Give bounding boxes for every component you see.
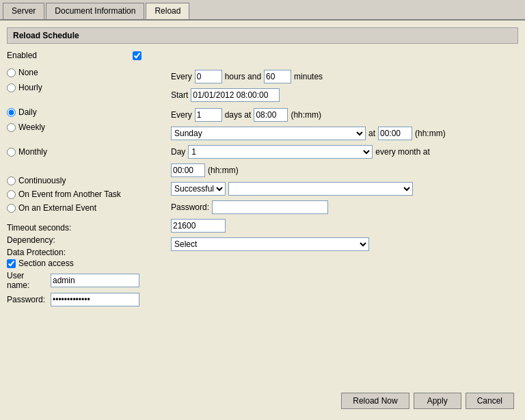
section-header: Reload Schedule — [7, 27, 518, 44]
tab-bar: Server Document Information Reload — [0, 0, 525, 21]
label-daily: Daily — [18, 107, 37, 117]
label-none: None — [18, 68, 38, 77]
every-month-at-label: every month at — [375, 147, 429, 157]
label-hourly: Hourly — [18, 83, 42, 92]
main-content: Reload Schedule Enabled None Hourly — [0, 21, 525, 420]
option-on-event: On Event from Another Task — [7, 189, 164, 199]
password-input-bottom[interactable] — [51, 293, 139, 306]
start-label: Start — [171, 90, 188, 100]
minutes-input[interactable] — [264, 70, 291, 83]
username-input[interactable] — [51, 274, 139, 287]
timeout-input-row — [171, 219, 518, 233]
daily-hhmm: (hh:mm) — [291, 110, 321, 120]
schedule-options: None Hourly Daily Weekly — [7, 68, 164, 213]
weekly-config: Sunday Monday Tuesday Wednesday Thursday… — [171, 127, 518, 140]
option-continuously: Continuously — [7, 176, 164, 185]
tab-server[interactable]: Server — [3, 3, 44, 19]
reload-now-button[interactable]: Reload Now — [341, 393, 409, 409]
config-right: Every hours and minutes Start Every days… — [164, 51, 518, 306]
radio-weekly[interactable] — [7, 123, 16, 132]
left-panel: Enabled None Hourly Daily — [7, 51, 164, 306]
data-protection-label: Data Protection: — [7, 248, 66, 257]
event-status-select[interactable]: Successful Failed Any — [171, 182, 226, 196]
password-input-right[interactable] — [212, 200, 328, 214]
dependency-input-row: Select — [171, 237, 518, 251]
password-label-bottom: Password: — [7, 295, 48, 304]
enabled-label: Enabled — [7, 51, 130, 60]
monthly-config: Day 1 2 3 every month at — [171, 145, 518, 159]
data-protection-row: Data Protection: — [7, 248, 164, 257]
option-external: On an External Event — [7, 203, 164, 213]
weekly-day-select[interactable]: Sunday Monday Tuesday Wednesday Thursday… — [171, 127, 366, 140]
hours-and-label: hours and — [225, 72, 261, 81]
radio-monthly[interactable] — [7, 148, 16, 157]
enabled-checkbox[interactable] — [133, 51, 142, 60]
option-weekly: Weekly — [7, 122, 164, 132]
weekly-hhmm: (hh:mm) — [415, 129, 446, 138]
label-monthly: Monthly — [18, 147, 47, 157]
day-label-monthly: Day — [171, 147, 185, 157]
daily-time-input[interactable] — [254, 108, 288, 122]
daily-config: Every days at (hh:mm) — [171, 108, 518, 122]
radio-daily[interactable] — [7, 108, 16, 117]
option-hourly: Hourly — [7, 83, 164, 92]
hourly-config: Every hours and minutes — [171, 70, 518, 83]
radio-continuously[interactable] — [7, 176, 16, 185]
timeout-row: Timeout seconds: — [7, 223, 164, 233]
every-label-hourly: Every — [171, 72, 192, 81]
content-wrapper: Enabled None Hourly Daily — [7, 51, 518, 306]
password-row-bottom: Password: — [7, 293, 164, 306]
radio-external[interactable] — [7, 204, 16, 213]
section-access-checkbox[interactable] — [7, 259, 16, 268]
enabled-row: Enabled — [7, 51, 164, 60]
radio-hourly[interactable] — [7, 83, 16, 92]
dependency-select[interactable]: Select — [171, 237, 369, 251]
radio-none[interactable] — [7, 68, 16, 77]
hours-input[interactable] — [195, 70, 222, 83]
section-access-label: Section access — [18, 259, 74, 268]
section-access-row: Section access — [7, 259, 164, 268]
monthly-hhmm: (hh:mm) — [208, 166, 239, 175]
weekly-time-input[interactable] — [378, 127, 412, 140]
password-label-right: Password: — [171, 202, 209, 212]
daily-days-input[interactable] — [195, 108, 222, 122]
apply-button[interactable]: Apply — [414, 393, 461, 409]
every-label-daily: Every — [171, 110, 192, 120]
monthly-time-row: (hh:mm) — [171, 163, 518, 177]
monthly-day-select[interactable]: 1 2 3 — [188, 145, 373, 159]
label-continuously: Continuously — [18, 176, 66, 185]
username-label: User name: — [7, 271, 48, 290]
option-none: None — [7, 68, 164, 77]
minutes-label: minutes — [294, 72, 323, 81]
cancel-button[interactable]: Cancel — [466, 393, 514, 409]
option-daily: Daily — [7, 107, 164, 117]
start-input[interactable] — [191, 88, 280, 102]
days-at-label: days at — [225, 110, 252, 120]
monthly-time-input[interactable] — [171, 163, 205, 177]
label-weekly: Weekly — [18, 122, 45, 132]
radio-on-event[interactable] — [7, 190, 16, 199]
on-event-config: Successful Failed Any — [171, 182, 518, 196]
timeout-label: Timeout seconds: — [7, 223, 71, 233]
timeout-input[interactable] — [171, 219, 226, 233]
bottom-buttons: Reload Now Apply Cancel — [341, 393, 514, 409]
label-external: On an External Event — [18, 203, 96, 213]
option-monthly: Monthly — [7, 147, 164, 157]
dependency-row: Dependency: — [7, 235, 164, 245]
tab-document-information[interactable]: Document Information — [46, 3, 144, 19]
bottom-fields: Timeout seconds: Dependency: Data Protec… — [7, 223, 164, 306]
label-on-event: On Event from Another Task — [18, 189, 121, 199]
dependency-label: Dependency: — [7, 235, 55, 245]
start-row: Start — [171, 88, 518, 102]
event-task-select[interactable] — [228, 182, 413, 196]
username-row: User name: — [7, 271, 164, 290]
at-label-weekly: at — [368, 129, 375, 138]
password-row-right: Password: — [171, 200, 518, 214]
tab-reload[interactable]: Reload — [146, 3, 189, 19]
